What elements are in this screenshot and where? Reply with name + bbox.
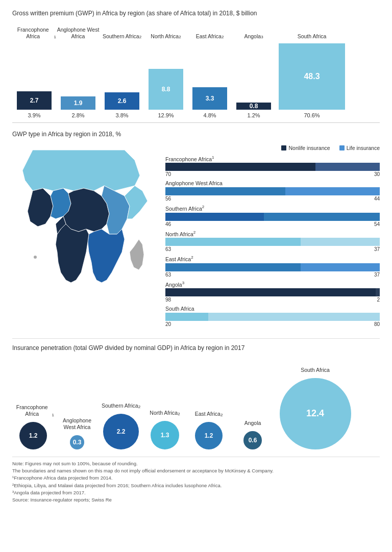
gwp-bar-north: 8.8: [149, 69, 183, 110]
bar-segment-life-6: [208, 313, 380, 321]
footer-notes: Note: Figures may not sum to 100%, becau…: [12, 457, 380, 504]
bar-row-label-0: Francophone Africa1: [165, 155, 380, 162]
bubble-col-header-anglophone: Anglophone West Africa: [56, 416, 98, 431]
bar-row-4: East Africa2 63 37: [165, 255, 380, 278]
gwp-pct-southern: 3.8%: [115, 112, 128, 118]
bubble-col-east: East Africa2 1.2: [188, 403, 230, 449]
footer-note: The boundaries and names shown on this m…: [12, 467, 380, 474]
bar-row-1: Anglophone West Africa 56 44: [165, 180, 380, 202]
bar-segment-nonlife-5: [165, 288, 376, 296]
legend-nonlife: Nonlife insurance: [281, 145, 330, 151]
bubble-circle-east: 1.2: [195, 422, 223, 449]
bubble-col-header-east: East Africa2: [195, 403, 223, 418]
bar-nonlife-val-1: 56: [165, 196, 171, 202]
bar-row-2: Southern Africa2 46 54: [165, 205, 380, 227]
gwp-col-header-francophone: Francophone Africa1: [12, 24, 56, 40]
bar-rows: Francophone Africa1 70 30 Anglophone Wes…: [165, 155, 380, 328]
gwp-col-north: North Africa2 8.8 12.9%: [144, 24, 188, 118]
gwp-pct-angola: 1.2%: [247, 112, 260, 118]
bar-row-values-5: 98 2: [165, 297, 380, 303]
gwp-col-header-angola: Angola3: [244, 24, 263, 40]
bar-row-label-3: North Africa2: [165, 230, 380, 237]
bar-row-values-1: 56 44: [165, 196, 380, 202]
bubble-circle-anglophone: 0.3: [70, 435, 84, 449]
bar-segment-life-0: [315, 163, 380, 171]
bar-row-6: South Africa 20 80: [165, 306, 380, 327]
stacked-bar-chart: Nonlife insurance Life insurance Francop…: [165, 145, 380, 331]
footer-note: ³Angola data projected from 2017.: [12, 489, 380, 496]
bar-row-bar-5: [165, 288, 380, 296]
bar-row-0: Francophone Africa1 70 30: [165, 155, 380, 178]
map-svg: [12, 145, 155, 308]
page: Gross written premium (GWP) in Africa by…: [0, 0, 392, 510]
chart2-title: GWP type in Africa by region in 2018, %: [12, 130, 380, 139]
bar-segment-life-2: [264, 213, 380, 221]
gwp-bar-area-francophone: 2.7: [12, 43, 56, 110]
gwp-pct-north: 12.9%: [158, 112, 174, 118]
gwp-bar-area-southern: 2.6: [100, 43, 144, 110]
bar-segment-nonlife-4: [165, 263, 301, 271]
bar-row-bar-4: [165, 263, 380, 271]
gwp-bar-area-anglophone: 1.9: [56, 43, 100, 110]
gwp-pct-francophone: 3.9%: [28, 112, 40, 118]
footer-note: ²Ethiopia, Libya, and Malawi data projec…: [12, 482, 380, 489]
bar-segment-life-3: [301, 238, 380, 246]
bubble-col-header-southafrica: South Africa: [301, 359, 330, 374]
gwp-col-southern: Southern Africa2 2.6 3.8%: [100, 24, 144, 118]
gwp-pct-southafrica: 70.6%: [304, 112, 320, 118]
bubble-circle-francophone: 1.2: [19, 422, 47, 449]
bar-row-label-6: South Africa: [165, 306, 380, 312]
gwp-col-header-southafrica: South Africa: [298, 24, 327, 40]
life-legend-dot: [339, 145, 345, 150]
bar-row-values-4: 63 37: [165, 272, 380, 278]
gwp-col-francophone: Francophone Africa1 2.7 3.9%: [12, 24, 56, 118]
bar-row-label-5: Angola3: [165, 281, 380, 288]
gwp-bar-angola: 0.8: [236, 103, 271, 110]
bubble-col-header-north: North Africa2: [150, 402, 180, 417]
gwp-bar-southafrica: 48.3: [279, 43, 345, 110]
bar-row-label-2: Southern Africa2: [165, 205, 380, 212]
bar-nonlife-val-6: 20: [165, 321, 171, 327]
legend-life: Life insurance: [339, 145, 380, 151]
gwp-col-anglophone: Anglophone West Africa 1.9 2.8%: [56, 24, 100, 118]
nonlife-legend-dot: [281, 145, 286, 150]
footer-note: Source: Insurance-regulator reports; Swi…: [12, 496, 380, 504]
gwp-bar-chart: Francophone Africa1 2.7 3.9% Anglophone …: [12, 24, 380, 123]
bar-segment-nonlife-1: [165, 187, 285, 195]
bar-nonlife-val-0: 70: [165, 171, 171, 177]
gwp-bar-francophone: 2.7: [17, 91, 52, 110]
africa-map: [12, 145, 160, 310]
gwp-col-header-east: East Africa2: [196, 24, 224, 40]
gwp-col-header-north: North Africa2: [151, 24, 181, 40]
section-insurance-penetration: Insurance penetration (total GWP divided…: [12, 338, 380, 449]
bubble-circle-north: 1.3: [151, 421, 179, 449]
bar-nonlife-val-2: 46: [165, 221, 171, 227]
bar-row-values-2: 46 54: [165, 221, 380, 227]
gwp-col-southafrica: South Africa 48.3 70.6%: [279, 24, 345, 118]
gwp-pct-east: 4.8%: [203, 112, 216, 118]
bar-life-val-0: 30: [374, 171, 380, 177]
bubble-col-north: North Africa2 1.3: [144, 402, 186, 449]
bubble-circle-angola: 0.6: [243, 431, 262, 449]
bar-row-bar-1: [165, 187, 380, 195]
gwp-col-angola: Angola3 0.8 1.2%: [232, 24, 276, 118]
bar-row-values-3: 63 37: [165, 246, 380, 252]
bubble-col-header-southern: Southern Africa2: [102, 394, 140, 410]
bar-life-val-3: 37: [374, 246, 380, 252]
bubble-col-anglophone: Anglophone West Africa 0.3: [56, 416, 98, 449]
nonlife-legend-label: Nonlife insurance: [288, 145, 330, 151]
gwp-col-east: East Africa2 3.3 4.8%: [188, 24, 232, 118]
footer-note: ¹Francophone Africa data projected from …: [12, 474, 380, 482]
bar-nonlife-val-3: 63: [165, 246, 171, 252]
bar-life-val-4: 37: [374, 272, 380, 278]
bar-segment-life-5: [376, 288, 380, 296]
gwp-col-header-anglophone: Anglophone West Africa: [56, 24, 100, 40]
bar-segment-life-1: [285, 187, 380, 195]
bar-life-val-2: 54: [374, 221, 380, 227]
svg-point-0: [34, 256, 37, 259]
gwp-col-header-southern: Southern Africa2: [103, 24, 141, 40]
gwp-bar-southern: 2.6: [105, 92, 139, 110]
bubble-col-angola: Angola 0.6: [232, 412, 274, 449]
chart1-title: Gross written premium (GWP) in Africa by…: [12, 9, 380, 18]
bar-segment-nonlife-3: [165, 238, 301, 246]
